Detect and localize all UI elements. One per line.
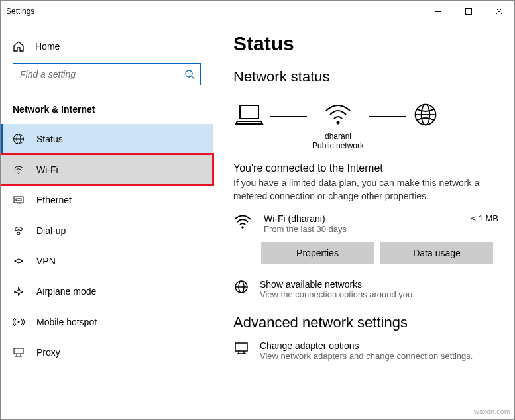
minimize-button[interactable] <box>423 1 453 22</box>
search-input[interactable] <box>13 63 201 85</box>
svg-rect-22 <box>240 105 258 119</box>
search-icon <box>184 69 195 79</box>
maximize-button[interactable] <box>453 1 484 22</box>
show-networks-desc: View the connection options around you. <box>260 289 415 299</box>
sidebar-item-label: Status <box>36 134 63 144</box>
network-diagram: dharani Public network <box>233 95 498 156</box>
svg-point-4 <box>186 70 192 77</box>
wifi-large-icon <box>323 101 353 128</box>
svg-rect-0 <box>435 11 441 12</box>
svg-point-23 <box>337 121 340 125</box>
sidebar-item-label: Dial-up <box>36 225 66 236</box>
advanced-heading: Advanced network settings <box>233 314 498 331</box>
window-title: Settings <box>6 7 423 16</box>
title-bar: Settings <box>1 1 514 22</box>
sidebar-item-status[interactable]: Status <box>1 124 213 154</box>
airplane-icon <box>13 286 25 297</box>
svg-rect-31 <box>235 343 247 351</box>
internet-node <box>411 101 440 152</box>
show-networks-option[interactable]: Show available networks View the connect… <box>233 279 498 299</box>
search-field[interactable] <box>19 68 184 80</box>
sidebar-item-label: Wi-Fi <box>36 164 58 175</box>
sidebar-item-airplane[interactable]: Airplane mode <box>1 276 213 307</box>
close-button[interactable] <box>484 1 514 22</box>
laptop-icon <box>233 101 265 128</box>
vpn-icon <box>13 255 25 267</box>
ethernet-icon <box>13 194 25 206</box>
adapter-desc: View network adapters and change connect… <box>260 351 473 361</box>
diagram-wifi-name: dharani <box>312 132 364 141</box>
sidebar-item-vpn[interactable]: VPN <box>1 246 213 276</box>
sidebar-item-ethernet[interactable]: Ethernet <box>1 185 213 215</box>
sidebar-item-dialup[interactable]: Dial-up <box>1 215 213 246</box>
sidebar-item-label: Ethernet <box>36 195 72 205</box>
network-row: Wi-Fi (dharani) From the last 30 days < … <box>233 213 498 234</box>
dialup-icon <box>13 225 25 236</box>
network-usage: < 1 MB <box>471 213 498 223</box>
connected-desc: If you have a limited data plan, you can… <box>233 177 498 203</box>
svg-line-5 <box>192 76 194 79</box>
adapter-option[interactable]: Change adapter options View network adap… <box>233 341 498 361</box>
sidebar-item-proxy[interactable]: Proxy <box>1 337 213 368</box>
watermark: wsxdn.com <box>474 407 510 415</box>
network-status-heading: Network status <box>233 68 498 85</box>
sidebar-item-label: Proxy <box>36 347 60 358</box>
home-icon <box>13 40 25 52</box>
page-title: Status <box>233 32 498 55</box>
sidebar-item-label: Mobile hotspot <box>36 317 97 327</box>
properties-button[interactable]: Properties <box>261 242 374 264</box>
sidebar: Home Network & Internet Status Wi-Fi E <box>1 22 213 419</box>
proxy-icon <box>13 346 25 358</box>
svg-rect-1 <box>466 9 472 15</box>
connected-heading: You're connected to the Internet <box>233 162 498 174</box>
globe-icon <box>13 133 25 145</box>
svg-point-14 <box>17 232 20 235</box>
adapter-title: Change adapter options <box>260 341 473 351</box>
diagram-wifi-type: Public network <box>312 141 364 150</box>
globe-icon <box>233 279 249 299</box>
svg-rect-10 <box>14 197 23 203</box>
nav-list: Status Wi-Fi Ethernet Dial-up VPN Airpla… <box>1 124 213 368</box>
main-content: Status Network status dharani Public net… <box>213 22 514 419</box>
hotspot-icon <box>13 316 25 328</box>
svg-point-17 <box>18 321 20 323</box>
pc-node <box>233 101 265 152</box>
data-usage-button[interactable]: Data usage <box>380 242 493 264</box>
network-name: Wi-Fi (dharani) <box>264 213 459 224</box>
wifi-node: dharani Public network <box>312 101 364 152</box>
sidebar-item-hotspot[interactable]: Mobile hotspot <box>1 307 213 337</box>
sidebar-item-label: Airplane mode <box>36 286 96 297</box>
wifi-icon <box>13 164 25 176</box>
svg-rect-11 <box>16 199 21 201</box>
home-link[interactable]: Home <box>1 34 213 59</box>
sidebar-item-wifi[interactable]: Wi-Fi <box>1 154 213 185</box>
sidebar-item-label: VPN <box>36 256 56 266</box>
adapter-icon <box>233 341 249 361</box>
svg-rect-18 <box>14 348 23 354</box>
home-label: Home <box>35 41 60 52</box>
network-period: From the last 30 days <box>264 224 459 234</box>
show-networks-title: Show available networks <box>260 279 415 289</box>
section-header: Network & Internet <box>1 97 213 124</box>
svg-point-27 <box>241 226 244 229</box>
svg-point-9 <box>18 173 19 174</box>
wifi-icon <box>233 213 252 231</box>
globe-large-icon <box>411 101 440 128</box>
